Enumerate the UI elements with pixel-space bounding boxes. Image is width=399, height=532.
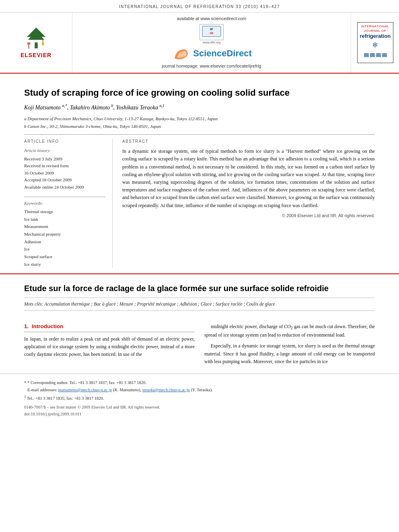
refrig-logo-main: refrigeration [360,33,391,39]
french-section: Etude sur la force de raclage de la glac… [0,273,399,318]
svg-rect-12 [376,53,381,57]
keywords-label: Keywords: [24,200,105,206]
french-title: Etude sur la force de raclage de la glac… [24,283,375,294]
logo-banner: ELSEVIER available at www.sciencedirect.… [0,12,399,74]
author-teraoka: Yoshikazu Teraoka a,1 [116,105,165,111]
affiliations: a Department of Precision Mechanics, Chu… [24,115,375,129]
revised-date: 16 October 2009 [24,170,105,177]
french-keywords: Mots clés: Accumulation thermique ; Bac … [24,298,375,310]
introduction-section: 1. Introduction In Japan, in order to re… [0,323,399,366]
footer-corresponding: * * Corresponding author. Tel.: +81 3 38… [24,379,375,386]
divider-keywords [24,197,105,197]
received-date: Received 3 July 2009 [24,156,105,163]
affiliation-a: a Department of Precision Mechanics, Chu… [24,115,375,122]
article-history-block: Article history: Received 3 July 2009 Re… [24,148,105,191]
article-info-abstract: ARTICLE INFO Article history: Received 3… [24,139,375,268]
abstract-column: ABSTRACT In a dynamic ice storage system… [122,139,375,268]
issn-line: 0140-7007/$ – see front matter © 2009 El… [24,404,375,411]
main-content: Study of scraping force of ice growing o… [0,74,399,268]
history-label: Article history: [24,148,105,154]
journal-header: INTERNATIONAL JOURNAL OF REFRIGERATION 3… [0,0,399,12]
doi-line: doi:10.1016/j.ijrefrig.2009.10.011 [24,411,375,418]
footer-issn: 0140-7007/$ – see front matter © 2009 El… [24,404,375,418]
sciencedirect-text: ScienceDirect [193,47,252,60]
available-date: Available online 24 October 2009 [24,184,105,191]
sd-text-science: Science [193,48,226,58]
iifiir-logo: IIF IIR www.iifiir.org [200,24,224,45]
page-container: INTERNATIONAL JOURNAL OF REFRIGERATION 3… [0,0,399,421]
iifiir-url: www.iifiir.org [203,40,220,45]
accepted-date: Accepted 18 October 2009 [24,177,105,184]
svg-text:IIR: IIR [210,32,214,35]
keywords-block: Keywords: Thermal storage Ice tank Measu… [24,200,105,268]
svg-text:IIF: IIF [210,28,214,31]
refrig-logo-top: International Journal of [360,24,391,33]
author-akimoto: Takahiro Akimoto b [70,105,113,111]
svg-point-3 [27,42,30,45]
footer-emails: E-mail addresses: matsumoto@mech.chuo-u.… [24,386,375,394]
intro-right-text-1: midnight electric power, discharge of CO… [204,323,375,339]
keyword-8: Ice slurry [24,261,105,268]
email-label: E-mail addresses: [27,388,57,392]
refrig-logo-icons [363,51,387,59]
elsevier-label: ELSEVIER [21,51,51,60]
article-footer: * * Corresponding author. Tel.: +81 3 38… [0,374,399,421]
article-title: Study of scraping force of ice growing o… [24,87,375,99]
keyword-5: Adhesion [24,238,105,246]
intro-section-number: 1. [24,323,29,329]
keyword-4: Mechanical property [24,230,105,238]
sciencedirect-section: available at www.sciencedirect.com IIF I… [72,12,351,73]
intro-col-left: 1. Introduction In Japan, in order to re… [24,323,195,366]
mots-cles-label: Mots clés [24,302,42,306]
abstract-label: ABSTRACT [122,139,375,144]
email-matsumoto[interactable]: matsumoto@mech.chuo-u.ac.jp [58,388,112,392]
copyright-line: © 2009 Elsevier Ltd and IIR. All rights … [122,213,375,219]
abstract-text: In a dynamic ice storage system, one of … [122,148,375,210]
keyword-2: Ice tank [24,216,105,223]
svg-rect-0 [35,43,37,49]
authors-line: Koji Matsumoto a,*, Takahiro Akimoto b, … [24,103,375,112]
journal-homepage-text: journal homepage: www.elsevier.com/locat… [162,63,261,69]
mots-cles-text: : Accumulation thermique ; Bac à glace ;… [42,302,275,306]
email-suffix: (Y. Teraoka). [191,388,213,392]
revised-label: Received in revised form [24,162,105,170]
elsevier-logo-section: ELSEVIER [0,12,72,73]
keyword-1: Thermal storage [24,208,105,216]
refrigeration-logo-section: International Journal of refrigeration ❄ [351,12,399,73]
divider-1 [24,134,375,135]
article-info-column: ARTICLE INFO Article history: Received 3… [24,139,113,268]
keyword-6: Ice [24,245,105,253]
affiliation-b: b Canon Inc., 30-2, Shimomaruko 3-chome,… [24,123,375,130]
journal-header-text: INTERNATIONAL JOURNAL OF REFRIGERATION 3… [119,4,280,9]
iifiir-box: IIF IIR [200,24,224,40]
author-matsumoto: Koji Matsumoto a,* [24,105,67,111]
keyword-7: Scraped surface [24,253,105,261]
article-info-label: ARTICLE INFO [24,139,105,144]
sd-text-direct: Direct [226,48,251,58]
tel-note: Tel.: +81 3 3817 1835; fax: +81 3 3817 1… [27,396,104,400]
refrig-logo-box: International Journal of refrigeration ❄ [357,22,393,63]
intro-section-title: 1. Introduction [24,323,195,332]
svg-rect-11 [370,53,375,57]
snowflake-icon: ❄ [360,40,391,50]
iifiir-icon: IIF IIR [202,25,222,37]
svg-rect-13 [382,53,387,57]
corresponding-note: * Corresponding author. Tel.: +81 3 3817… [27,380,146,385]
sciencedirect-logo: ScienceDirect [171,46,252,61]
intro-left-text: In Japan, in order to realize a peak cut… [24,335,195,359]
svg-rect-5 [41,42,44,45]
svg-rect-10 [364,53,369,57]
footer-tel-note: 1 Tel.: +81 3 3817 1835; fax: +81 3 3817… [24,394,375,402]
intro-right-text-2: Especially, in a dynamic ice storage sys… [204,342,375,366]
elsevier-tree-icon [20,26,52,50]
intro-col-right: midnight electric power, discharge of CO… [204,323,375,366]
email-teraoka[interactable]: teraoka@mech.chuo-u.ac.jp [142,388,190,392]
available-at-text: available at www.sciencedirect.com [177,16,246,22]
sciencedirect-icon [171,46,191,61]
keyword-3: Measurement [24,223,105,230]
intro-section-label: Introduction [32,323,64,329]
